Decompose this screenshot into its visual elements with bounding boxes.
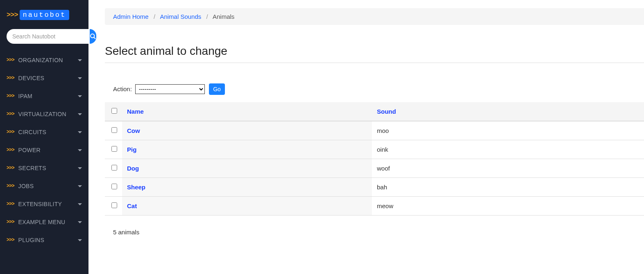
nav-item-label: EXAMPLE MENU xyxy=(18,219,75,225)
column-header-name: Name xyxy=(122,102,372,121)
row-select-cell xyxy=(105,178,122,197)
nav-item-label: EXTENSIBILITY xyxy=(18,201,75,207)
table-row: Cowmoo xyxy=(105,121,644,140)
nav-item-ipam[interactable]: >>>IPAM xyxy=(0,87,88,105)
search-input[interactable] xyxy=(7,29,90,44)
nav-item-label: DEVICES xyxy=(18,75,75,81)
chevrons-icon: >>> xyxy=(7,201,14,207)
nav-item-jobs[interactable]: >>>JOBS xyxy=(0,177,88,195)
chevrons-icon: >>> xyxy=(7,165,14,171)
row-select-checkbox[interactable] xyxy=(111,146,117,152)
brand-logo[interactable]: >>> nautobot xyxy=(0,6,88,24)
nav-item-label: JOBS xyxy=(18,183,75,189)
caret-down-icon xyxy=(78,77,82,79)
select-all-header xyxy=(105,102,122,121)
breadcrumb-current: Animals xyxy=(213,13,234,20)
table-row: Sheepbah xyxy=(105,178,644,197)
breadcrumb: Admin Home / Animal Sounds / Animals xyxy=(105,8,644,25)
nav-item-label: SECRETS xyxy=(18,165,75,171)
nav-item-extensibility[interactable]: >>>EXTENSIBILITY xyxy=(0,195,88,213)
nav-list: >>>ORGANIZATION>>>DEVICES>>>IPAM>>>VIRTU… xyxy=(0,51,88,249)
row-name-cell: Pig xyxy=(122,140,372,159)
row-select-checkbox[interactable] xyxy=(111,184,117,189)
row-name-link[interactable]: Dog xyxy=(127,165,139,172)
chevrons-icon: >>> xyxy=(7,219,14,225)
nav-item-label: IPAM xyxy=(18,93,75,99)
nav-item-devices[interactable]: >>>DEVICES xyxy=(0,69,88,87)
table-row: Dogwoof xyxy=(105,159,644,178)
caret-down-icon xyxy=(78,131,82,133)
sort-name[interactable]: Name xyxy=(127,108,144,115)
caret-down-icon xyxy=(78,185,82,187)
result-count: 5 animals xyxy=(105,229,644,236)
go-button[interactable]: Go xyxy=(209,83,225,95)
row-select-checkbox[interactable] xyxy=(111,202,117,208)
sidebar: >>> nautobot >>>ORGANIZATION>>>DEVICES>>… xyxy=(0,0,88,274)
chevrons-icon: >>> xyxy=(7,147,14,153)
divider xyxy=(105,63,644,63)
nav-item-label: VIRTUALIZATION xyxy=(18,111,75,117)
row-name-link[interactable]: Sheep xyxy=(127,184,145,191)
row-select-cell xyxy=(105,159,122,178)
chevrons-icon: >>> xyxy=(7,111,14,117)
action-label: Action: xyxy=(113,85,132,92)
brand-name: nautobot xyxy=(20,10,70,20)
nav-item-plugins[interactable]: >>>PLUGINS xyxy=(0,231,88,249)
caret-down-icon xyxy=(78,59,82,61)
page-title: Select animal to change xyxy=(105,45,644,58)
nav-item-label: CIRCUITS xyxy=(18,129,75,135)
select-all-checkbox[interactable] xyxy=(111,108,117,114)
row-select-cell xyxy=(105,140,122,159)
chevrons-icon: >>> xyxy=(7,129,14,135)
row-name-cell: Sheep xyxy=(122,178,372,197)
nav-item-secrets[interactable]: >>>SECRETS xyxy=(0,159,88,177)
row-name-cell: Cow xyxy=(122,121,372,140)
row-sound-cell: oink xyxy=(372,140,644,159)
row-name-link[interactable]: Cow xyxy=(127,127,140,134)
action-select[interactable]: --------- xyxy=(135,84,205,94)
nav-item-circuits[interactable]: >>>CIRCUITS xyxy=(0,123,88,141)
sort-sound[interactable]: Sound xyxy=(377,108,396,115)
row-sound-cell: moo xyxy=(372,121,644,140)
caret-down-icon xyxy=(78,221,82,223)
table-row: Catmeow xyxy=(105,197,644,216)
breadcrumb-section[interactable]: Animal Sounds xyxy=(160,13,201,20)
main-content: Admin Home / Animal Sounds / Animals Sel… xyxy=(88,0,644,274)
caret-down-icon xyxy=(78,95,82,97)
row-select-cell xyxy=(105,197,122,216)
nav-item-label: PLUGINS xyxy=(18,237,75,243)
row-name-cell: Dog xyxy=(122,159,372,178)
caret-down-icon xyxy=(78,149,82,151)
row-name-link[interactable]: Pig xyxy=(127,146,136,153)
chevrons-icon: >>> xyxy=(7,57,14,63)
search-form xyxy=(0,24,88,51)
nav-item-organization[interactable]: >>>ORGANIZATION xyxy=(0,51,88,69)
caret-down-icon xyxy=(78,167,82,169)
row-name-cell: Cat xyxy=(122,197,372,216)
bulk-action-row: Action: --------- Go xyxy=(105,83,644,95)
row-sound-cell: bah xyxy=(372,178,644,197)
chevrons-icon: >>> xyxy=(7,75,14,81)
row-select-checkbox[interactable] xyxy=(111,165,117,171)
results-table: Name Sound CowmooPigoinkDogwoofSheepbahC… xyxy=(105,102,644,216)
nav-item-virtualization[interactable]: >>>VIRTUALIZATION xyxy=(0,105,88,123)
chevrons-icon: >>> xyxy=(7,183,14,189)
nav-item-label: POWER xyxy=(18,147,75,153)
row-sound-cell: meow xyxy=(372,197,644,216)
caret-down-icon xyxy=(78,113,82,115)
nav-item-example-menu[interactable]: >>>EXAMPLE MENU xyxy=(0,213,88,231)
row-select-cell xyxy=(105,121,122,140)
column-header-sound: Sound xyxy=(372,102,644,121)
row-select-checkbox[interactable] xyxy=(111,127,117,133)
caret-down-icon xyxy=(78,203,82,205)
nav-item-power[interactable]: >>>POWER xyxy=(0,141,88,159)
row-sound-cell: woof xyxy=(372,159,644,178)
row-name-link[interactable]: Cat xyxy=(127,202,137,209)
table-row: Pigoink xyxy=(105,140,644,159)
chevrons-icon: >>> xyxy=(7,237,14,243)
nav-item-label: ORGANIZATION xyxy=(18,57,75,63)
chevrons-icon: >>> xyxy=(7,11,18,19)
breadcrumb-separator: / xyxy=(154,13,155,20)
caret-down-icon xyxy=(78,239,82,241)
breadcrumb-home[interactable]: Admin Home xyxy=(113,13,149,20)
